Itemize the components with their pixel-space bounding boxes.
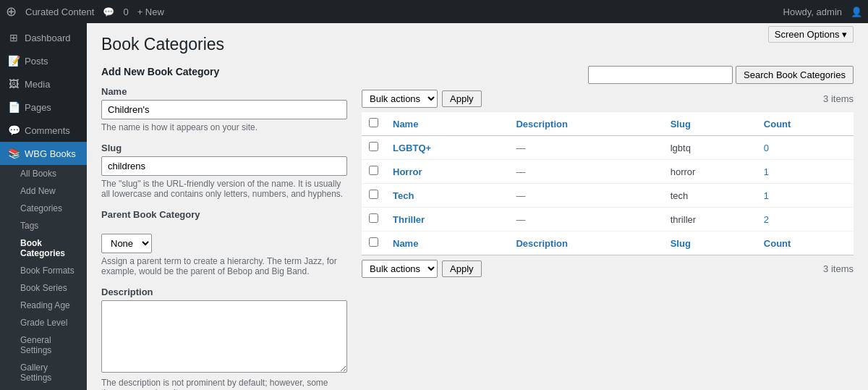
add-new-form: Add New Book Category Name The name is h…	[101, 66, 347, 390]
items-count-top: 3 items	[823, 93, 854, 104]
description-label: Description	[101, 287, 347, 297]
row-description: —	[509, 184, 663, 208]
main-content: Book Categories Add New Book Category Na…	[87, 23, 868, 390]
footer-description[interactable]: Description	[509, 232, 663, 255]
table-header-row: Name Description Slug Count	[362, 112, 854, 136]
table-controls-top: Search Book Categories	[362, 66, 854, 84]
pages-icon: 📄	[7, 101, 20, 113]
name-field: Name The name is how it appears on your …	[101, 86, 347, 132]
slug-field: Slug The "slug" is the URL-friendly vers…	[101, 143, 347, 199]
parent-field: Parent Book Category None Assign a paren…	[101, 209, 347, 276]
sidebar-sub-all-books[interactable]: All Books	[0, 165, 87, 182]
category-name-link[interactable]: LGBTQ+	[393, 143, 431, 153]
parent-label: Parent Book Category	[101, 209, 347, 220]
footer-name[interactable]: Name	[386, 232, 509, 255]
row-slug: tech	[663, 184, 757, 208]
media-icon: 🖼	[7, 78, 20, 90]
categories-table: Name Description Slug Count	[362, 112, 854, 255]
row-checkbox-cell	[362, 160, 386, 184]
table-row: LGBTQ+ — lgbtq 0	[362, 136, 854, 160]
comment-count[interactable]: 0	[123, 7, 128, 17]
slug-input[interactable]	[101, 156, 347, 176]
row-description: —	[509, 160, 663, 184]
sidebar-sub-categories[interactable]: Categories	[0, 200, 87, 217]
wp-logo-icon: ⊕	[6, 4, 17, 20]
page-title: Book Categories	[101, 35, 854, 54]
description-textarea[interactable]	[101, 300, 347, 373]
count-link[interactable]: 1	[764, 190, 769, 201]
header-count[interactable]: Count	[757, 112, 854, 136]
footer-slug[interactable]: Slug	[663, 232, 757, 255]
apply-button-bottom[interactable]: Apply	[442, 260, 482, 277]
sidebar-sub-book-series[interactable]: Book Series	[0, 279, 87, 297]
row-checkbox[interactable]	[369, 213, 378, 223]
header-description[interactable]: Description	[509, 112, 663, 136]
sidebar-item-label: WBG Books	[25, 148, 76, 159]
howdy-text: Howdy, admin	[783, 7, 842, 17]
category-name-link[interactable]: Thriller	[393, 214, 425, 225]
sidebar-sub-tags[interactable]: Tags	[0, 217, 87, 234]
row-description: —	[509, 136, 663, 160]
category-name-link[interactable]: Horror	[393, 166, 422, 177]
table-row: Tech — tech 1	[362, 184, 854, 208]
table-row: Horror — horror 1	[362, 160, 854, 184]
sidebar-sub-add-new[interactable]: Add New	[0, 182, 87, 200]
new-button[interactable]: + New	[137, 7, 164, 17]
header-name[interactable]: Name	[386, 112, 509, 136]
sidebar-item-dashboard[interactable]: ⊞ Dashboard	[0, 26, 87, 49]
sidebar-sub-search-panel-settings[interactable]: Search Panel Settings	[0, 386, 87, 390]
apply-button-top[interactable]: Apply	[442, 90, 482, 107]
table-footer-row: Name Description Slug Count	[362, 232, 854, 255]
sidebar-item-wbg-books[interactable]: 📚 WBG Books	[0, 142, 87, 165]
sidebar-item-label: Comments	[25, 125, 70, 136]
sidebar-sub-book-categories[interactable]: Book Categories	[0, 234, 87, 262]
name-input[interactable]	[101, 100, 347, 119]
slug-help: The "slug" is the URL-friendly version o…	[101, 179, 347, 199]
sidebar-sub-book-formats[interactable]: Book Formats	[0, 262, 87, 279]
content-area: Add New Book Category Name The name is h…	[101, 66, 854, 390]
row-name: Thriller	[386, 208, 509, 232]
search-book-categories-button[interactable]: Search Book Categories	[736, 66, 854, 84]
row-name: LGBTQ+	[386, 136, 509, 160]
description-help: The description is not prominent by defa…	[101, 378, 347, 390]
row-count: 1	[757, 184, 854, 208]
row-checkbox[interactable]	[369, 142, 378, 151]
row-checkbox[interactable]	[369, 166, 378, 175]
row-name: Horror	[386, 160, 509, 184]
search-input[interactable]	[588, 66, 733, 84]
sidebar-sub-general-settings[interactable]: General Settings	[0, 331, 87, 359]
parent-select[interactable]: None	[101, 234, 152, 253]
sidebar-item-pages[interactable]: 📄 Pages	[0, 96, 87, 119]
top-bar: ⊕ Curated Content 💬 0 + New Howdy, admin…	[0, 0, 868, 23]
bulk-actions-select-bottom[interactable]: Bulk actions	[362, 260, 438, 278]
bulk-actions-row-bottom: Bulk actions Apply 3 items	[362, 260, 854, 278]
sidebar-sub-reading-age[interactable]: Reading Age	[0, 297, 87, 314]
row-count: 1	[757, 160, 854, 184]
row-checkbox[interactable]	[369, 190, 378, 199]
row-name: Tech	[386, 184, 509, 208]
sidebar-item-media[interactable]: 🖼 Media	[0, 72, 87, 96]
select-all-checkbox-bottom[interactable]	[369, 237, 378, 247]
sidebar-item-label: Media	[25, 79, 50, 90]
sidebar-item-label: Posts	[25, 56, 48, 67]
sidebar-sub-gallery-settings[interactable]: Gallery Settings	[0, 359, 87, 386]
sidebar-item-comments[interactable]: 💬 Comments	[0, 119, 87, 142]
screen-options-button[interactable]: Screen Options ▾	[768, 26, 854, 43]
sidebar-item-label: Pages	[25, 102, 51, 113]
count-link[interactable]: 0	[764, 143, 769, 153]
dashboard-icon: ⊞	[7, 32, 20, 43]
sidebar-item-posts[interactable]: 📝 Posts	[0, 49, 87, 72]
name-help: The name is how it appears on your site.	[101, 122, 347, 132]
row-slug: lgbtq	[663, 136, 757, 160]
sidebar-sub-grade-level[interactable]: Grade Level	[0, 314, 87, 331]
site-name[interactable]: Curated Content	[25, 7, 94, 17]
count-link[interactable]: 1	[764, 166, 769, 177]
category-name-link[interactable]: Tech	[393, 190, 414, 201]
count-link[interactable]: 2	[764, 214, 769, 225]
select-all-checkbox-top[interactable]	[369, 118, 378, 127]
slug-label: Slug	[101, 143, 347, 153]
description-field: Description The description is not promi…	[101, 287, 347, 390]
footer-count[interactable]: Count	[757, 232, 854, 255]
bulk-actions-select-top[interactable]: Bulk actions	[362, 90, 438, 108]
header-slug[interactable]: Slug	[663, 112, 757, 136]
